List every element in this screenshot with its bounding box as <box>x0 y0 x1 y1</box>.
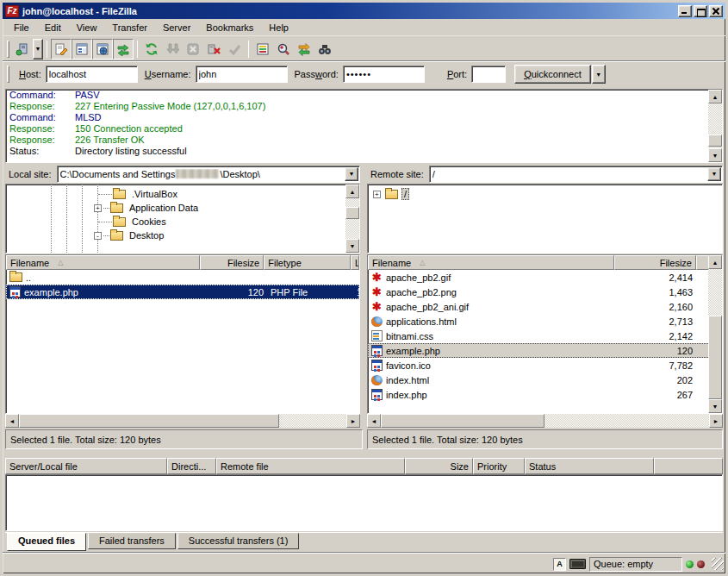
file-row[interactable]: apache_pb2.gif 2,414 <box>368 270 722 285</box>
file-row[interactable]: apache_pb2.png 1,463 <box>368 285 722 299</box>
menu-server[interactable]: Server <box>155 21 198 34</box>
scroll-up-button[interactable]: ▲ <box>708 255 722 269</box>
cancel-button[interactable] <box>183 39 203 59</box>
file-row[interactable]: apache_pb2_ani.gif 2,160 <box>368 299 722 314</box>
scroll-left-button[interactable]: ◄ <box>367 414 381 428</box>
site-manager-dropdown[interactable]: ▼ <box>33 39 43 59</box>
site-manager-button[interactable] <box>12 39 33 59</box>
resize-grip[interactable] <box>712 558 724 570</box>
port-input[interactable] <box>471 66 506 83</box>
tree-item-cookies[interactable]: Cookies <box>98 215 169 229</box>
local-site-combobox[interactable]: C:\Documents and Settings\Desktop\ ▼ <box>57 166 360 183</box>
process-queue-button[interactable] <box>162 39 183 59</box>
collapse-icon[interactable]: - <box>94 232 102 240</box>
queue-tabs: Queued files Failed transfers Successful… <box>5 532 723 550</box>
scroll-right-button[interactable]: ► <box>346 414 360 428</box>
scroll-thumb[interactable] <box>345 207 359 219</box>
column-header-filesize[interactable]: Filesize <box>614 255 696 270</box>
quickbar-grip[interactable] <box>7 66 9 83</box>
disconnect-button[interactable] <box>203 39 224 59</box>
file-row[interactable]: bitnami.css 2,142 <box>368 329 722 343</box>
column-header-lastmodified[interactable]: L <box>351 255 359 270</box>
title-bar[interactable]: Fz john@localhost - FileZilla <box>3 3 725 19</box>
tree-item-virtualbox[interactable]: .VirtualBox <box>98 187 180 201</box>
tab-successful-transfers[interactable]: Successful transfers (1) <box>177 533 300 549</box>
file-row-example-php[interactable]: example.php 120 PHP File 1 <box>6 285 359 299</box>
tree-item-root[interactable]: + / <box>373 187 409 201</box>
column-header-size[interactable]: Size <box>405 458 473 474</box>
scroll-thumb[interactable] <box>19 414 279 428</box>
host-input[interactable] <box>46 66 138 83</box>
scroll-thumb[interactable] <box>381 414 544 428</box>
local-treeview-icon <box>75 42 89 56</box>
remote-list-scrollbar[interactable]: ▲ ▼ <box>708 255 722 413</box>
file-row-example-php[interactable]: example.php 120 <box>368 343 722 358</box>
scroll-thumb[interactable] <box>708 135 722 147</box>
combo-dropdown-icon[interactable]: ▼ <box>707 167 721 181</box>
find-files-button[interactable] <box>314 39 335 59</box>
scroll-up-button[interactable]: ▲ <box>708 90 722 103</box>
abort-button[interactable] <box>224 39 245 59</box>
refresh-button[interactable] <box>141 39 162 59</box>
password-input[interactable] <box>343 66 425 83</box>
expand-icon[interactable]: + <box>373 191 381 198</box>
column-header-priority[interactable]: Priority <box>473 458 525 474</box>
menu-transfer[interactable]: Transfer <box>104 21 155 34</box>
close-button[interactable] <box>709 5 723 17</box>
file-row[interactable]: index.php 267 <box>368 387 722 402</box>
file-row[interactable]: index.html 202 <box>368 373 722 387</box>
scroll-down-button[interactable]: ▼ <box>708 399 722 413</box>
remote-treeview-toggle-button[interactable] <box>92 39 113 59</box>
remote-site-combobox[interactable]: / ▼ <box>429 166 723 183</box>
menu-help[interactable]: Help <box>261 21 296 34</box>
sort-ascending-icon: △ <box>420 259 425 266</box>
column-header-filename[interactable]: Filename△ <box>368 255 614 270</box>
app-icon[interactable]: Fz <box>5 5 19 17</box>
local-treeview-toggle-button[interactable] <box>72 39 92 59</box>
scroll-down-button[interactable]: ▼ <box>708 148 722 162</box>
menu-file[interactable]: File <box>6 21 37 34</box>
tab-failed-transfers[interactable]: Failed transfers <box>88 533 176 549</box>
scroll-left-button[interactable]: ◄ <box>5 414 19 428</box>
file-row[interactable]: applications.html 2,713 <box>368 314 722 329</box>
column-header-status[interactable]: Status <box>525 458 654 474</box>
maximize-button[interactable] <box>694 5 707 17</box>
file-row[interactable]: favicon.ico 7,782 <box>368 358 722 373</box>
column-header-filesize[interactable]: Filesize <box>200 255 264 270</box>
toolbar-grip[interactable] <box>7 41 9 58</box>
remote-hscrollbar[interactable]: ◄ ► <box>367 414 723 428</box>
sort-ascending-icon: △ <box>58 259 63 266</box>
username-input[interactable] <box>196 66 288 83</box>
synchronized-browsing-button[interactable] <box>294 39 314 59</box>
column-header-direction[interactable]: Directi... <box>167 458 216 474</box>
filter-button[interactable] <box>252 39 273 59</box>
menu-edit[interactable]: Edit <box>37 21 69 34</box>
log-scrollbar[interactable]: ▲ ▼ <box>708 90 722 162</box>
scroll-up-button[interactable]: ▲ <box>345 185 359 198</box>
scroll-right-button[interactable]: ► <box>709 414 723 428</box>
tab-queued-files[interactable]: Queued files <box>7 533 86 551</box>
quickconnect-button[interactable]: Quickconnect <box>514 65 591 84</box>
local-hscrollbar[interactable]: ◄ ► <box>5 414 360 428</box>
tree-item-desktop[interactable]: - Desktop <box>94 229 166 242</box>
log-line: Response:227 Entering Passive Mode (127,… <box>6 101 722 112</box>
scroll-thumb[interactable] <box>708 316 722 399</box>
minimize-button[interactable] <box>678 5 692 17</box>
message-log-toggle-button[interactable] <box>51 39 72 59</box>
column-header-filename[interactable]: Filename△ <box>6 255 200 270</box>
quickconnect-dropdown[interactable]: ▼ <box>592 65 606 84</box>
redacted-username <box>176 169 219 178</box>
transfer-queue-toggle-button[interactable] <box>113 39 134 59</box>
directory-comparison-button[interactable] <box>273 39 294 59</box>
tree-item-application-data[interactable]: + Application Data <box>94 201 201 215</box>
menu-bookmarks[interactable]: Bookmarks <box>198 21 261 34</box>
file-row-parent-dir[interactable]: .. <box>6 270 359 285</box>
local-tree-scrollbar[interactable]: ▲ ▼ <box>345 185 359 253</box>
scroll-down-button[interactable]: ▼ <box>345 239 359 253</box>
combo-dropdown-icon[interactable]: ▼ <box>345 167 358 181</box>
menu-view[interactable]: View <box>69 21 105 34</box>
column-header-server-local-file[interactable]: Server/Local file <box>5 458 167 474</box>
column-header-filetype[interactable]: Filetype <box>264 255 351 270</box>
expand-icon[interactable]: + <box>94 204 102 212</box>
column-header-remote-file[interactable]: Remote file <box>216 458 405 474</box>
